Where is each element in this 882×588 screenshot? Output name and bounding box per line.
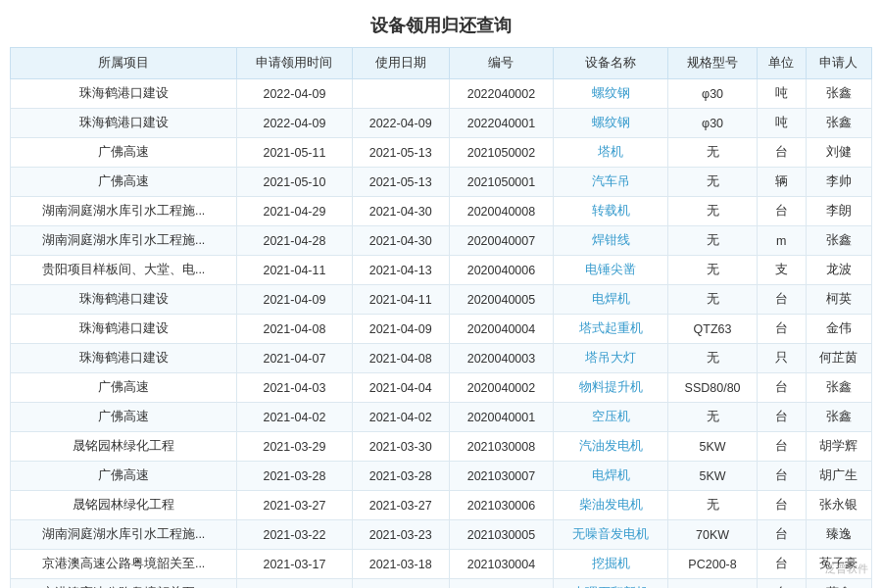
table-cell-1-6: 吨 [757, 109, 806, 138]
table-cell-5-3: 2020040007 [449, 226, 553, 256]
device-link[interactable]: 电焊机 [592, 468, 630, 482]
table-cell-12-4[interactable]: 汽油发电机 [554, 432, 668, 462]
device-link[interactable]: 塔式起重机 [579, 321, 643, 335]
table-cell-1-2: 2022-04-09 [352, 109, 449, 138]
table-cell-0-2 [352, 79, 449, 109]
table-cell-7-4[interactable]: 电焊机 [554, 285, 668, 315]
table-cell-2-1: 2021-05-11 [237, 138, 352, 168]
table-cell-16-2: 2021-03-18 [352, 550, 449, 579]
device-link[interactable]: 螺纹钢 [592, 86, 630, 100]
table-cell-6-7: 龙波 [806, 256, 871, 285]
device-link[interactable]: 无噪音发电机 [572, 527, 649, 541]
table-cell-14-1: 2021-03-27 [237, 491, 352, 520]
table-header-6: 单位 [757, 48, 806, 79]
table-cell-6-4[interactable]: 电锤尖凿 [554, 256, 668, 285]
device-link[interactable]: 空压机 [592, 410, 630, 423]
table-cell-4-5: 无 [668, 197, 757, 226]
table-cell-8-4[interactable]: 塔式起重机 [554, 315, 668, 344]
table-row: 广佛高速2021-04-032021-04-042020040002物料提升机S… [11, 373, 872, 403]
device-link[interactable]: 物料提升机 [579, 380, 643, 394]
table-cell-4-1: 2021-04-29 [237, 197, 352, 226]
device-link[interactable]: 螺纹钢 [592, 116, 630, 129]
table-cell-13-4[interactable]: 电焊机 [554, 462, 668, 491]
table-cell-17-0: 京港澳高速公路粤境韶关至... [11, 579, 237, 589]
table-cell-1-3: 2022040001 [449, 109, 553, 138]
table-cell-1-4[interactable]: 螺纹钢 [554, 109, 668, 138]
table-cell-2-4[interactable]: 塔机 [554, 138, 668, 168]
table-cell-13-6: 台 [757, 462, 806, 491]
device-link[interactable]: 挖掘机 [592, 557, 630, 570]
table-cell-8-0: 珠海鹤港口建设 [11, 315, 237, 344]
table-cell-6-0: 贵阳项目样板间、大堂、电... [11, 256, 237, 285]
table-cell-11-7: 张鑫 [806, 403, 871, 432]
table-cell-4-4[interactable]: 转载机 [554, 197, 668, 226]
table-cell-13-0: 广佛高速 [11, 462, 237, 491]
table-cell-6-3: 2020040006 [449, 256, 553, 285]
table-cell-5-6: m [757, 226, 806, 256]
table-row: 珠海鹤港口建设2022-04-092022040002螺纹钢φ30吨张鑫 [11, 79, 872, 109]
device-link[interactable]: 汽油发电机 [579, 439, 643, 453]
table-row: 湖南洞庭湖水库引水工程施...2021-04-292021-04-3020200… [11, 197, 872, 226]
page-title: 设备领用归还查询 [0, 0, 882, 47]
table-cell-16-4[interactable]: 挖掘机 [554, 550, 668, 579]
table-cell-8-5: QTZ63 [668, 315, 757, 344]
device-link[interactable]: 柴油发电机 [579, 498, 643, 512]
table-cell-10-0: 广佛高速 [11, 373, 237, 403]
device-link[interactable]: 汽车吊 [592, 174, 630, 188]
table-cell-3-1: 2021-05-10 [237, 168, 352, 197]
table-cell-15-1: 2021-03-22 [237, 520, 352, 550]
device-link[interactable]: 焊钳线 [592, 233, 630, 247]
table-cell-3-4[interactable]: 汽车吊 [554, 168, 668, 197]
table-cell-7-0: 珠海鹤港口建设 [11, 285, 237, 315]
table-cell-12-1: 2021-03-29 [237, 432, 352, 462]
table-cell-0-7: 张鑫 [806, 79, 871, 109]
table-cell-5-4[interactable]: 焊钳线 [554, 226, 668, 256]
table-cell-0-4[interactable]: 螺纹钢 [554, 79, 668, 109]
table-cell-7-3: 2020040005 [449, 285, 553, 315]
table-cell-2-0: 广佛高速 [11, 138, 237, 168]
device-link[interactable]: 电焊机 [592, 292, 630, 306]
table-cell-0-6: 吨 [757, 79, 806, 109]
table-row: 广佛高速2021-04-022021-04-022020040001空压机无台张… [11, 403, 872, 432]
table-cell-16-6: 台 [757, 550, 806, 579]
table-cell-7-2: 2021-04-11 [352, 285, 449, 315]
table-cell-10-6: 台 [757, 373, 806, 403]
table-row: 广佛高速2021-05-112021-05-132021050002塔机无台刘健 [11, 138, 872, 168]
device-link[interactable]: 塔机 [598, 145, 623, 159]
watermark: 泛普软件 [825, 562, 868, 576]
table-cell-11-4[interactable]: 空压机 [554, 403, 668, 432]
table-cell-15-2: 2021-03-23 [352, 520, 449, 550]
table-cell-9-0: 珠海鹤港口建设 [11, 344, 237, 373]
device-link[interactable]: 电锤尖凿 [585, 263, 636, 276]
table-cell-10-4[interactable]: 物料提升机 [554, 373, 668, 403]
table-row: 京港澳高速公路粤境韶关至...2021-03-172021-03-1820210… [11, 550, 872, 579]
table-row: 晟铭园林绿化工程2021-03-292021-03-302021030008汽油… [11, 432, 872, 462]
table-cell-17-1: 2021-03-15 [237, 579, 352, 589]
table-cell-17-4[interactable]: 大理石翻新机 [554, 579, 668, 589]
device-link[interactable]: 转载机 [592, 204, 630, 218]
table-cell-4-3: 2020040008 [449, 197, 553, 226]
table-cell-1-1: 2022-04-09 [237, 109, 352, 138]
table-cell-10-5: SSD80/80 [668, 373, 757, 403]
table-cell-7-6: 台 [757, 285, 806, 315]
table-row: 珠海鹤港口建设2022-04-092022-04-092022040001螺纹钢… [11, 109, 872, 138]
table-cell-11-5: 无 [668, 403, 757, 432]
table-cell-1-7: 张鑫 [806, 109, 871, 138]
table-cell-14-4[interactable]: 柴油发电机 [554, 491, 668, 520]
table-cell-9-3: 2020040003 [449, 344, 553, 373]
table-cell-12-7: 胡学辉 [806, 432, 871, 462]
table-cell-3-5: 无 [668, 168, 757, 197]
table-cell-17-5: BF526 [668, 579, 757, 589]
table-cell-3-3: 2021050001 [449, 168, 553, 197]
table-cell-5-5: 无 [668, 226, 757, 256]
equipment-table: 所属项目申请领用时间使用日期编号设备名称规格型号单位申请人 珠海鹤港口建设202… [10, 47, 872, 588]
table-row: 广佛高速2021-03-282021-03-282021030007电焊机5KW… [11, 462, 872, 491]
table-cell-8-7: 金伟 [806, 315, 871, 344]
table-cell-9-4[interactable]: 塔吊大灯 [554, 344, 668, 373]
table-cell-10-2: 2021-04-04 [352, 373, 449, 403]
table-cell-8-2: 2021-04-09 [352, 315, 449, 344]
table-container: 所属项目申请领用时间使用日期编号设备名称规格型号单位申请人 珠海鹤港口建设202… [0, 47, 882, 588]
table-cell-15-4[interactable]: 无噪音发电机 [554, 520, 668, 550]
device-link[interactable]: 塔吊大灯 [585, 351, 636, 365]
table-cell-16-0: 京港澳高速公路粤境韶关至... [11, 550, 237, 579]
